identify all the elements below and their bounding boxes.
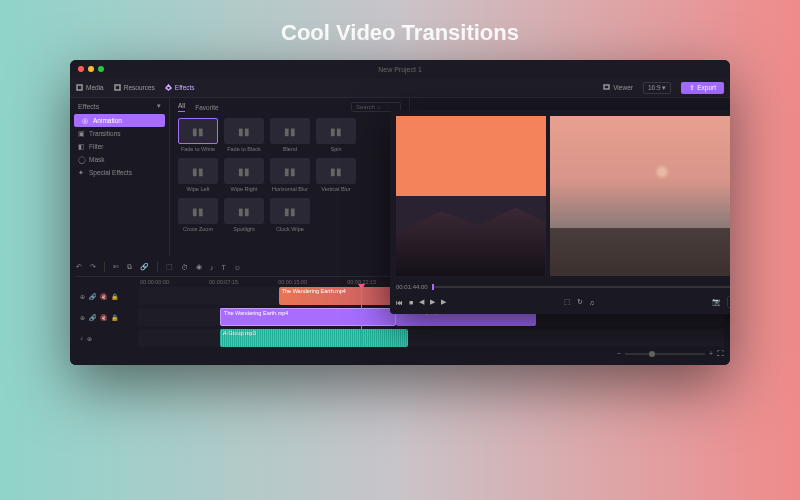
tab-resources[interactable]: Resources [114,84,155,91]
zoom-slider[interactable] [625,353,705,355]
effect-thumb[interactable]: ▮▮ Horizontal Blur [270,158,310,192]
effect-thumb[interactable]: ▮▮ Cross Zoom [178,198,218,232]
sidebar-item-transitions[interactable]: ▣ Transitions [70,127,169,140]
crop-icon[interactable]: ⬚ [564,298,571,306]
effect-label: Fade to Black [224,146,264,152]
subtab-favorite[interactable]: Favorite [195,104,218,111]
zoom-in-icon[interactable]: + [709,350,713,357]
sidebar-item-label: Special Effects [89,169,132,176]
preview-scrubber[interactable] [432,286,730,288]
preview-frame-left [396,116,546,276]
effect-thumb[interactable]: ▮▮ Wipe Left [178,158,218,192]
effect-preview-icon: ▮▮ [178,118,218,144]
prev-frame-icon[interactable]: ◀ [419,298,424,306]
loop-icon[interactable]: ↻ [577,298,583,306]
playhead[interactable] [361,287,362,347]
volume-icon[interactable]: ♫ [589,299,594,306]
sidebar-item-mask[interactable]: ◯ Mask [70,153,169,166]
window-title: New Project 1 [70,66,730,73]
mute-icon[interactable]: 🔇 [100,314,107,321]
play-icon[interactable]: ▶ [430,298,435,306]
sidebar-item-animation[interactable]: ◎ Animation [74,114,165,127]
svg-rect-1 [115,85,120,90]
effect-label: Wipe Left [178,186,218,192]
sidebar-item-label: Filter [89,143,103,150]
add-track-icon[interactable]: ⊕ [80,314,85,321]
sidebar-item-special[interactable]: ✦ Special Effects [70,166,169,179]
effect-label: Clock Wipe [270,226,310,232]
effect-label: Spotlight [224,226,264,232]
effect-preview-icon: ▮▮ [316,158,356,184]
effect-label: Horizontal Blur [270,186,310,192]
app-window: New Project 1 Media Resources Effects Vi… [70,60,730,365]
effect-thumb[interactable]: ▮▮ Spotlight [224,198,264,232]
tab-media-label: Media [86,84,104,91]
next-frame-icon[interactable]: ▶ [441,298,446,306]
sidebar-item-label: Mask [89,156,105,163]
snapshot-icon[interactable]: 📷 [712,298,721,306]
aspect-select[interactable]: 16:9 ▾ [643,82,671,94]
effect-thumb[interactable]: ▮▮ Vertical Blur [316,158,356,192]
track-head-a1: ♪ ⊕ [76,335,138,342]
track-head-v1: ⊕ 🔗 🔇 🔒 [76,293,138,300]
hero-title: Cool Video Transitions [281,20,519,46]
tab-effects[interactable]: Effects [165,84,195,91]
chevron-down-icon: ▾ [662,84,666,91]
zoom-select[interactable]: 120% ▾ [727,296,730,308]
preview-canvas [396,116,730,276]
collapse-icon[interactable]: ▾ [157,102,161,110]
tab-media[interactable]: Media [76,84,104,91]
filter-icon: ◧ [78,143,85,150]
effect-label: Vertical Blur [316,186,356,192]
crop-tool-icon[interactable]: ⬚ [166,263,173,271]
track-a1[interactable]: A·Group.mp3 [138,329,724,347]
effect-preview-icon: ▮▮ [270,118,310,144]
effects-icon [165,84,172,91]
resources-icon [114,84,121,91]
effect-preview-icon: ▮▮ [270,158,310,184]
sidebar-item-label: Animation [93,117,122,124]
zoom-fit-icon[interactable]: ⛶ [717,350,724,357]
titlebar: New Project 1 [70,60,730,78]
track-head-v2: ⊕ 🔗 🔇 🔒 [76,314,138,321]
tab-effects-label: Effects [175,84,195,91]
add-track-icon[interactable]: ⊕ [80,293,85,300]
link-icon[interactable]: 🔗 [89,293,96,300]
effect-label: Blend [270,146,310,152]
cut-icon[interactable]: ✄ [113,263,119,271]
preview-window: 00:01:44:00 00:01:44:00 ⏮ ■ ◀ ▶ ▶ ⬚ ↻ ♫ … [390,110,730,314]
tab-resources-label: Resources [124,84,155,91]
main-toolbar: Media Resources Effects Viewer 16:9 ▾ ⇪ … [70,78,730,98]
sticker-icon[interactable]: ☺ [234,264,241,271]
redo-icon[interactable]: ↷ [90,263,96,271]
effect-thumb[interactable]: ▮▮ Fade to White [178,118,218,152]
go-start-icon[interactable]: ⏮ [396,299,403,306]
clip-audio-1[interactable]: A·Group.mp3 [220,329,408,347]
record-icon[interactable]: ◉ [196,263,202,271]
copy-icon[interactable]: ⧉ [127,263,132,271]
audio-icon[interactable]: ♪ [210,264,214,271]
subtab-all[interactable]: All [178,102,185,112]
effect-thumb[interactable]: ▮▮ Wipe Right [224,158,264,192]
lock-icon[interactable]: 🔒 [111,293,118,300]
text-icon[interactable]: T [222,264,226,271]
effect-thumb[interactable]: ▮▮ Blend [270,118,310,152]
zoom-out-icon[interactable]: − [617,350,621,357]
sidebar-item-filter[interactable]: ◧ Filter [70,140,169,153]
effect-preview-icon: ▮▮ [178,158,218,184]
clip-video-2[interactable]: The Wandering Earth.mp4 [220,308,396,326]
effect-thumb[interactable]: ▮▮ Fade to Black [224,118,264,152]
stop-icon[interactable]: ■ [409,299,413,306]
link-icon[interactable]: 🔗 [89,314,96,321]
mute-icon[interactable]: 🔇 [100,293,107,300]
undo-icon[interactable]: ↶ [76,263,82,271]
lock-icon[interactable]: 🔒 [111,314,118,321]
speed-icon[interactable]: ⏱ [181,264,188,271]
effect-preview-icon: ▮▮ [224,158,264,184]
export-button[interactable]: ⇪ Export [681,82,724,94]
link-icon[interactable]: 🔗 [140,263,149,271]
effect-thumb[interactable]: ▮▮ Clock Wipe [270,198,310,232]
sparkle-icon: ✦ [78,169,85,176]
add-track-icon[interactable]: ⊕ [87,335,92,342]
effect-thumb[interactable]: ▮▮ Spin [316,118,356,152]
